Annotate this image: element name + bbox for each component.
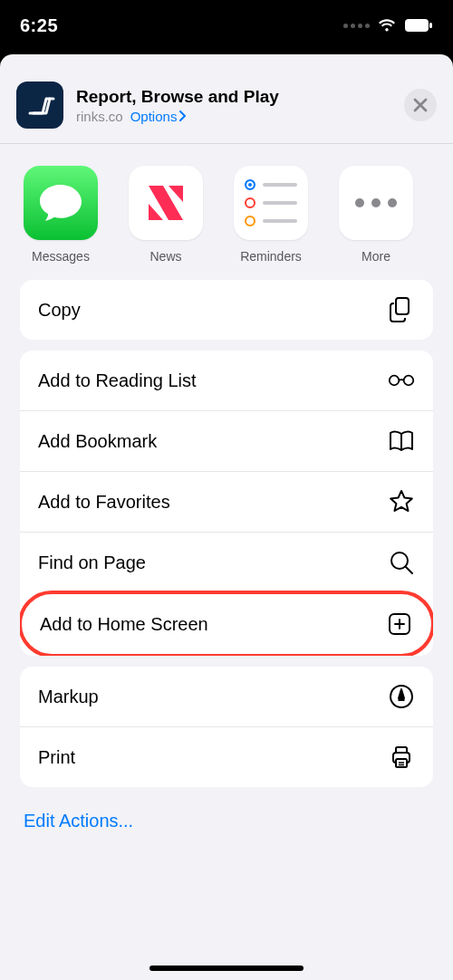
share-target-label: More	[361, 249, 390, 264]
svg-point-6	[390, 376, 400, 386]
print-icon	[388, 744, 415, 771]
markup-icon	[388, 683, 415, 710]
action-label: Markup	[38, 687, 99, 707]
action-favorites[interactable]: Add to Favorites	[20, 471, 433, 532]
action-bookmark[interactable]: Add Bookmark	[20, 410, 433, 471]
share-target-label: Reminders	[240, 249, 302, 264]
action-label: Add to Favorites	[38, 492, 170, 513]
home-indicator[interactable]	[149, 966, 304, 971]
add-home-icon	[386, 610, 413, 638]
highlight-ring: Add to Home Screen	[20, 591, 433, 656]
action-reading-list[interactable]: Add to Reading List	[20, 351, 433, 410]
action-label: Copy	[38, 300, 81, 321]
reminders-icon	[234, 166, 308, 240]
share-header: Report, Browse and Play rinks.co Options	[0, 62, 453, 144]
svg-rect-1	[429, 23, 432, 28]
share-target-messages[interactable]: Messages	[20, 166, 101, 264]
action-copy[interactable]: Copy	[20, 280, 433, 340]
glasses-icon	[388, 367, 415, 394]
action-markup[interactable]: Markup	[20, 667, 433, 726]
share-target-reminders[interactable]: Reminders	[230, 166, 312, 264]
action-label: Print	[38, 747, 75, 768]
wifi-icon	[377, 18, 397, 33]
share-target-more[interactable]: More	[335, 166, 417, 264]
page-title: Report, Browse and Play	[76, 86, 404, 108]
action-print[interactable]: Print	[20, 726, 433, 787]
svg-rect-0	[405, 19, 429, 32]
status-indicators	[343, 18, 433, 33]
more-icon	[339, 166, 413, 240]
share-sheet: Report, Browse and Play rinks.co Options	[0, 54, 453, 980]
battery-icon	[404, 18, 433, 33]
news-icon	[129, 166, 203, 240]
options-button[interactable]: Options	[130, 109, 188, 124]
site-icon	[16, 82, 63, 129]
copy-icon	[388, 296, 415, 323]
page-domain: rinks.co	[76, 109, 123, 124]
chevron-right-icon	[179, 110, 187, 121]
action-label: Add Bookmark	[38, 431, 157, 452]
status-bar: 6:25	[0, 0, 453, 51]
action-label: Find on Page	[38, 552, 146, 573]
star-icon	[388, 488, 415, 515]
action-home-screen[interactable]: Add to Home Screen	[22, 594, 431, 654]
signal-dots-icon	[343, 24, 370, 28]
svg-rect-12	[396, 747, 407, 753]
action-label: Add to Reading List	[38, 370, 197, 391]
action-find[interactable]: Find on Page	[20, 532, 433, 592]
svg-point-7	[404, 376, 414, 386]
close-icon	[413, 98, 428, 112]
status-time: 6:25	[20, 15, 58, 36]
book-icon	[388, 428, 415, 455]
share-target-label: News	[149, 249, 181, 264]
edit-actions-button[interactable]: Edit Actions...	[24, 811, 133, 831]
svg-rect-5	[396, 298, 409, 314]
action-label: Add to Home Screen	[40, 614, 208, 635]
messages-icon	[24, 166, 98, 240]
share-targets-row: Messages News	[0, 144, 453, 280]
share-target-label: Messages	[32, 249, 90, 264]
share-target-news[interactable]: News	[125, 166, 207, 264]
close-button[interactable]	[404, 89, 437, 121]
options-label: Options	[130, 109, 178, 124]
search-icon	[388, 549, 415, 576]
